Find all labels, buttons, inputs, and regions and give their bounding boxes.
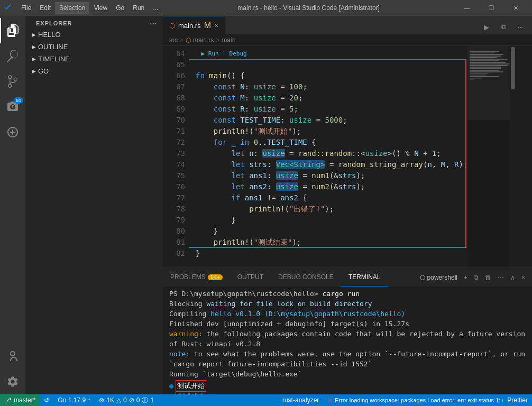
tab-file-icon: ⬡ [169,22,175,30]
chevron-right-icon-4: ▶ [32,68,36,74]
panel-maximize-button[interactable]: ∧ [508,272,518,283]
status-bar: ⎇ master* ↺ Go 1.17.9 ↑ ⊗ 1K △ 0 ⊘ 0 ⓘ 1… [0,394,532,406]
scrollbar-thumb[interactable] [511,47,515,89]
sidebar-item-go[interactable]: ▶ GO [25,65,163,77]
warning-icon: △ [116,396,121,404]
code-lines[interactable]: ▶ Run | Debug fn main() { const N: usize… [189,46,467,267]
more-button[interactable]: ⋯ [513,20,528,34]
breadcrumb-file[interactable]: main.rs [193,36,214,44]
panel-tab-output[interactable]: OUTPUT [230,268,271,287]
go-label: Go 1.17.9 ↑ [58,396,90,404]
window-title: main.rs - hello - Visual Studio Code [Ad… [162,4,455,12]
status-error-msg[interactable]: ✕ Error loading workspace: packages.Load… [323,396,503,404]
code-line-70: println!("测试开始"); [196,126,467,137]
minimap[interactable] [467,46,510,267]
sidebar-item-go-label: GO [38,67,49,75]
panel-tab-debug-label: DEBUG CONSOLE [278,273,334,281]
activity-account[interactable] [0,344,25,369]
close-button[interactable]: ✕ [503,0,528,16]
activity-settings[interactable] [0,369,25,394]
hint-icon: ⓘ [142,396,148,405]
panel: PROBLEMS 1K+ OUTPUT DEBUG CONSOLE TERMIN… [163,267,532,394]
terminal-more-button[interactable]: ⋯ [495,272,507,283]
status-prettier[interactable]: Prettier [503,396,532,404]
restore-button[interactable]: ❒ [479,0,503,16]
warning-count: 0 [123,396,127,404]
ln-80: 80 [167,226,185,237]
code-line-73: let strs: Vec<String> = random_string_ar… [196,159,467,170]
code-line-81: } [196,248,467,259]
status-git-branch[interactable]: ⎇ master* [0,394,40,406]
editor-scrollbar[interactable] [510,46,516,267]
panel-tabs: PROBLEMS 1K+ OUTPUT DEBUG CONSOLE TERMIN… [163,268,532,287]
terminal-split-button[interactable]: ⧉ [471,272,481,283]
ln-74: 74 [167,159,185,170]
error-msg-text: Error loading workspace: packages.Load e… [335,397,503,403]
rust-analyzer-label: rust-analyzer [282,396,319,404]
menu-selection[interactable]: Selection [55,2,89,14]
code-line-82 [196,259,467,267]
panel-close-button[interactable]: × [519,272,528,283]
activity-explorer[interactable] [0,18,25,43]
code-line-79: } [196,226,467,237]
panel-tab-problems[interactable]: PROBLEMS 1K+ [163,268,230,287]
terminal-content[interactable]: PS D:\mysetup\gopath\rustcode\hello> car… [163,287,532,394]
app-icon [4,4,13,12]
status-go[interactable]: Go 1.17.9 ↑ [53,394,95,406]
tab-main-rs[interactable]: ⬡ main.rs M × [163,16,225,34]
code-line-78: } [196,215,467,226]
terminal-shell-label[interactable]: ⬡ powershell [417,272,460,283]
tab-modified-dot: M [204,21,211,30]
line-numbers: 64 65 66 67 68 69 70 71 72 73 74 75 76 7… [163,46,189,267]
error-count: 1K [106,396,114,404]
breadcrumb-src[interactable]: src [169,36,178,44]
breadcrumb-fn[interactable]: main [222,36,235,44]
minimize-button[interactable]: — [455,0,479,16]
panel-tab-output-label: OUTPUT [237,273,263,281]
ln-72: 72 [167,137,185,148]
code-line-67: const M: usize = 20; [196,93,467,104]
sidebar-item-timeline-label: TIMELINE [38,55,70,63]
menu-file[interactable]: File [17,2,35,14]
panel-tab-debug-console[interactable]: DEBUG CONSOLE [271,268,341,287]
menu-more[interactable]: ... [149,2,162,14]
code-line-76: if ans1 != ans2 { [196,192,467,204]
tab-close-button[interactable]: × [214,22,218,29]
main-area: 60 EXPLORER ··· ▶ HELLO [0,16,532,394]
sidebar-item-hello[interactable]: ▶ HELLO [25,29,163,41]
code-line-72: let n: usize = rand::random::<usize>() %… [196,148,467,159]
sidebar-more-icon[interactable]: ··· [150,20,157,26]
run-button[interactable]: ▶ [479,20,494,34]
ln-67: 67 [167,81,185,93]
sidebar-header: EXPLORER ··· [25,16,163,29]
panel-tab-terminal[interactable]: TERMINAL [341,268,388,287]
status-sync[interactable]: ↺ [40,394,53,406]
ln-79: 79 [167,215,185,226]
terminal-kill-button[interactable]: 🗑 [482,272,494,283]
activity-extensions[interactable] [0,119,25,145]
chevron-right-icon: ▶ [32,32,36,38]
terminal-add-button[interactable]: + [461,272,470,283]
info-count: 0 [136,396,140,404]
menu-view[interactable]: View [89,2,112,14]
code-container: 64 65 66 67 68 69 70 71 72 73 74 75 76 7… [163,46,467,267]
status-rust-analyzer[interactable]: rust-analyzer [278,396,323,404]
status-errors[interactable]: ⊗ 1K △ 0 ⊘ 0 ⓘ 1 [95,394,158,406]
ln-70: 70 [167,115,185,126]
status-right: rust-analyzer ✕ Error loading workspace:… [278,396,532,404]
menu-go[interactable]: Go [112,2,129,14]
minimap-viewport [467,46,510,120]
activity-run-debug[interactable]: 60 [0,94,25,119]
sidebar-item-timeline[interactable]: ▶ TIMELINE [25,53,163,65]
sidebar-item-outline[interactable]: ▶ OUTLINE [25,41,163,53]
ln-77: 77 [167,192,185,204]
activity-bottom [0,344,25,394]
run-debug-line[interactable]: ▶ Run | Debug [196,48,467,59]
code-line-69: const TEST_TIME: usize = 5000; [196,115,467,126]
activity-source-control[interactable] [0,69,25,94]
menu-run[interactable]: Run [129,2,149,14]
split-button[interactable]: ⧉ [496,20,511,34]
activity-search[interactable] [0,43,25,69]
problems-badge: 1K+ [208,274,223,280]
menu-edit[interactable]: Edit [35,2,55,14]
